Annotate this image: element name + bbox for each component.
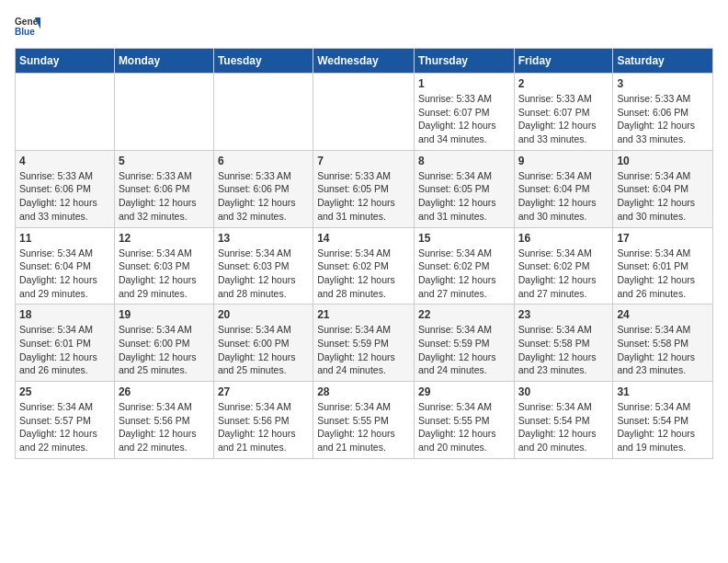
day-number: 19: [119, 308, 210, 321]
weekday-header-wednesday: Wednesday: [313, 49, 415, 74]
day-info: Sunrise: 5:34 AM Sunset: 5:55 PM Dayligh…: [418, 400, 510, 454]
day-info: Sunrise: 5:34 AM Sunset: 5:58 PM Dayligh…: [518, 323, 609, 377]
calendar-cell: 14Sunrise: 5:34 AM Sunset: 6:02 PM Dayli…: [313, 227, 415, 304]
calendar-week-row: 25Sunrise: 5:34 AM Sunset: 5:57 PM Dayli…: [16, 382, 713, 459]
calendar-week-row: 18Sunrise: 5:34 AM Sunset: 6:01 PM Dayli…: [16, 304, 713, 382]
calendar-cell: 13Sunrise: 5:34 AM Sunset: 6:03 PM Dayli…: [213, 227, 313, 304]
calendar-cell: [114, 74, 213, 151]
day-number: 22: [418, 308, 510, 321]
day-info: Sunrise: 5:33 AM Sunset: 6:06 PM Dayligh…: [617, 92, 709, 146]
day-info: Sunrise: 5:34 AM Sunset: 6:00 PM Dayligh…: [218, 323, 309, 377]
calendar-cell: 16Sunrise: 5:34 AM Sunset: 6:02 PM Dayli…: [514, 227, 613, 304]
day-number: 30: [518, 385, 609, 398]
day-info: Sunrise: 5:34 AM Sunset: 6:04 PM Dayligh…: [518, 169, 609, 224]
calendar-cell: 6Sunrise: 5:33 AM Sunset: 6:06 PM Daylig…: [213, 150, 313, 227]
day-number: 8: [418, 155, 510, 167]
day-number: 9: [518, 155, 609, 167]
day-number: 18: [19, 308, 110, 321]
day-info: Sunrise: 5:34 AM Sunset: 6:01 PM Dayligh…: [19, 323, 110, 377]
day-number: 31: [617, 385, 709, 398]
day-number: 24: [617, 308, 709, 321]
calendar-cell: 27Sunrise: 5:34 AM Sunset: 5:56 PM Dayli…: [213, 382, 313, 459]
day-info: Sunrise: 5:34 AM Sunset: 5:57 PM Dayligh…: [19, 400, 110, 454]
day-info: Sunrise: 5:34 AM Sunset: 6:04 PM Dayligh…: [19, 247, 110, 301]
calendar-cell: 25Sunrise: 5:34 AM Sunset: 5:57 PM Dayli…: [16, 382, 115, 459]
calendar-cell: 2Sunrise: 5:33 AM Sunset: 6:07 PM Daylig…: [514, 74, 613, 151]
calendar-cell: [213, 74, 313, 151]
calendar-cell: 23Sunrise: 5:34 AM Sunset: 5:58 PM Dayli…: [514, 304, 613, 382]
day-info: Sunrise: 5:33 AM Sunset: 6:05 PM Dayligh…: [317, 169, 410, 224]
logo-icon: General Blue: [15, 15, 40, 40]
calendar-cell: 12Sunrise: 5:34 AM Sunset: 6:03 PM Dayli…: [114, 227, 213, 304]
day-info: Sunrise: 5:34 AM Sunset: 5:56 PM Dayligh…: [218, 400, 309, 454]
day-number: 29: [418, 385, 510, 398]
calendar-cell: 26Sunrise: 5:34 AM Sunset: 5:56 PM Dayli…: [114, 382, 213, 459]
calendar-cell: 21Sunrise: 5:34 AM Sunset: 5:59 PM Dayli…: [313, 304, 415, 382]
day-number: 23: [518, 308, 609, 321]
logo: General Blue: [15, 15, 46, 40]
calendar-cell: 1Sunrise: 5:33 AM Sunset: 6:07 PM Daylig…: [414, 74, 514, 151]
calendar-week-row: 1Sunrise: 5:33 AM Sunset: 6:07 PM Daylig…: [16, 74, 713, 151]
weekday-header-saturday: Saturday: [613, 49, 713, 74]
day-info: Sunrise: 5:34 AM Sunset: 6:01 PM Dayligh…: [617, 247, 709, 301]
day-info: Sunrise: 5:34 AM Sunset: 6:03 PM Dayligh…: [119, 247, 210, 301]
day-info: Sunrise: 5:34 AM Sunset: 5:58 PM Dayligh…: [617, 323, 709, 377]
calendar-cell: 29Sunrise: 5:34 AM Sunset: 5:55 PM Dayli…: [414, 382, 514, 459]
svg-text:Blue: Blue: [15, 27, 35, 37]
calendar-cell: 24Sunrise: 5:34 AM Sunset: 5:58 PM Dayli…: [613, 304, 713, 382]
calendar-cell: 19Sunrise: 5:34 AM Sunset: 6:00 PM Dayli…: [114, 304, 213, 382]
day-number: 10: [617, 155, 709, 167]
day-number: 17: [617, 232, 709, 245]
day-number: 7: [317, 155, 410, 167]
day-info: Sunrise: 5:34 AM Sunset: 6:03 PM Dayligh…: [218, 247, 309, 301]
day-number: 16: [518, 232, 609, 245]
calendar-week-row: 4Sunrise: 5:33 AM Sunset: 6:06 PM Daylig…: [16, 150, 713, 227]
day-number: 13: [218, 232, 309, 245]
day-number: 20: [218, 308, 309, 321]
day-number: 12: [119, 232, 210, 245]
day-info: Sunrise: 5:34 AM Sunset: 5:59 PM Dayligh…: [418, 323, 510, 377]
calendar-header-row: SundayMondayTuesdayWednesdayThursdayFrid…: [16, 49, 713, 74]
day-info: Sunrise: 5:34 AM Sunset: 6:04 PM Dayligh…: [617, 169, 709, 224]
calendar-cell: 5Sunrise: 5:33 AM Sunset: 6:06 PM Daylig…: [114, 150, 213, 227]
day-info: Sunrise: 5:34 AM Sunset: 5:59 PM Dayligh…: [317, 323, 410, 377]
page-header: General Blue: [15, 15, 713, 40]
day-number: 4: [19, 155, 110, 167]
weekday-header-monday: Monday: [114, 49, 213, 74]
day-info: Sunrise: 5:34 AM Sunset: 6:00 PM Dayligh…: [119, 323, 210, 377]
day-info: Sunrise: 5:33 AM Sunset: 6:06 PM Dayligh…: [119, 169, 210, 224]
weekday-header-friday: Friday: [514, 49, 613, 74]
calendar-cell: 17Sunrise: 5:34 AM Sunset: 6:01 PM Dayli…: [613, 227, 713, 304]
day-number: 21: [317, 308, 410, 321]
day-number: 3: [617, 77, 709, 90]
calendar-cell: [313, 74, 415, 151]
calendar-cell: 3Sunrise: 5:33 AM Sunset: 6:06 PM Daylig…: [613, 74, 713, 151]
calendar-cell: 7Sunrise: 5:33 AM Sunset: 6:05 PM Daylig…: [313, 150, 415, 227]
calendar-cell: 8Sunrise: 5:34 AM Sunset: 6:05 PM Daylig…: [414, 150, 514, 227]
calendar-cell: 20Sunrise: 5:34 AM Sunset: 6:00 PM Dayli…: [213, 304, 313, 382]
day-info: Sunrise: 5:33 AM Sunset: 6:07 PM Dayligh…: [418, 92, 510, 146]
calendar-cell: 22Sunrise: 5:34 AM Sunset: 5:59 PM Dayli…: [414, 304, 514, 382]
day-info: Sunrise: 5:34 AM Sunset: 5:54 PM Dayligh…: [617, 400, 709, 454]
weekday-header-tuesday: Tuesday: [213, 49, 313, 74]
calendar-cell: [16, 74, 115, 151]
weekday-header-sunday: Sunday: [16, 49, 115, 74]
day-number: 28: [317, 385, 410, 398]
calendar-cell: 28Sunrise: 5:34 AM Sunset: 5:55 PM Dayli…: [313, 382, 415, 459]
day-info: Sunrise: 5:34 AM Sunset: 6:02 PM Dayligh…: [518, 247, 609, 301]
day-info: Sunrise: 5:33 AM Sunset: 6:07 PM Dayligh…: [518, 92, 609, 146]
calendar-table: SundayMondayTuesdayWednesdayThursdayFrid…: [15, 48, 713, 459]
day-info: Sunrise: 5:34 AM Sunset: 5:56 PM Dayligh…: [119, 400, 210, 454]
day-number: 2: [518, 77, 609, 90]
day-info: Sunrise: 5:34 AM Sunset: 6:02 PM Dayligh…: [418, 247, 510, 301]
calendar-cell: 30Sunrise: 5:34 AM Sunset: 5:54 PM Dayli…: [514, 382, 613, 459]
calendar-week-row: 11Sunrise: 5:34 AM Sunset: 6:04 PM Dayli…: [16, 227, 713, 304]
day-number: 1: [418, 77, 510, 90]
day-info: Sunrise: 5:34 AM Sunset: 6:02 PM Dayligh…: [317, 247, 410, 301]
calendar-cell: 18Sunrise: 5:34 AM Sunset: 6:01 PM Dayli…: [16, 304, 115, 382]
day-info: Sunrise: 5:33 AM Sunset: 6:06 PM Dayligh…: [218, 169, 309, 224]
day-info: Sunrise: 5:34 AM Sunset: 5:54 PM Dayligh…: [518, 400, 609, 454]
day-number: 26: [119, 385, 210, 398]
day-number: 15: [418, 232, 510, 245]
day-number: 6: [218, 155, 309, 167]
